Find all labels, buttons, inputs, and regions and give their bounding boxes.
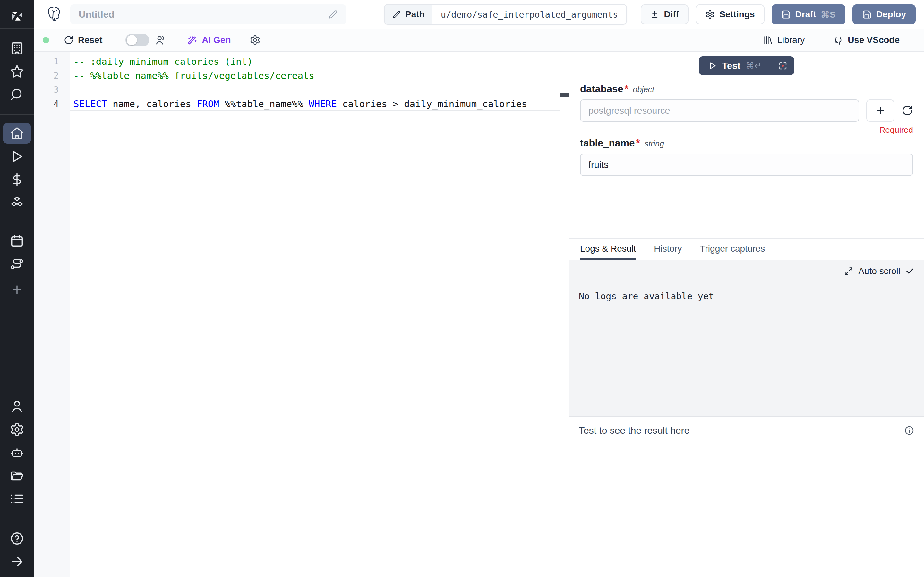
code-area[interactable]: -- :daily_minimum_calories (int) -- %%ta…: [69, 52, 559, 577]
settings-label: Settings: [719, 9, 754, 19]
tab-logs-result[interactable]: Logs & Result: [580, 239, 636, 260]
test-label: Test: [722, 61, 740, 71]
sidebar-expand-button[interactable]: [3, 551, 31, 572]
arguments-section: Test ⌘↵ database* object: [569, 52, 924, 239]
windmill-logo[interactable]: [9, 6, 25, 28]
sidebar-item-user[interactable]: [3, 396, 31, 417]
result-section: Test to see the result here: [569, 416, 924, 577]
result-hint: Test to see the result here: [579, 425, 690, 436]
diff-icon: [650, 10, 659, 19]
test-shortcut: ⌘↵: [746, 61, 762, 71]
check-icon[interactable]: [905, 267, 914, 276]
database-resource-input[interactable]: [580, 99, 859, 122]
sidebar-item-variables[interactable]: [3, 169, 31, 190]
arrow-right-icon: [10, 554, 24, 569]
sidebar-item-workers[interactable]: [3, 442, 31, 463]
sql-keyword: WHERE: [309, 98, 336, 109]
save-icon: [781, 10, 791, 19]
code-line-2: -- %%table_name%% fruits/vegetables/cere…: [69, 69, 559, 83]
sidebar-item-flows[interactable]: [3, 254, 31, 274]
line-number: 3: [34, 83, 69, 97]
path-value[interactable]: u/demo/safe_interpolated_arguments: [433, 5, 627, 24]
add-resource-button[interactable]: [866, 99, 895, 122]
sql-text: name, calories: [107, 98, 197, 109]
editor-overview-ruler[interactable]: [559, 52, 569, 577]
capture-icon: [778, 61, 788, 71]
library-button[interactable]: Library: [762, 35, 805, 45]
star-icon: [10, 64, 24, 79]
tab-trigger-captures[interactable]: Trigger captures: [700, 239, 765, 260]
required-message: Required: [580, 125, 913, 135]
sidebar: [0, 0, 34, 577]
users-icon: [155, 34, 166, 46]
database-field-label: database: [580, 83, 623, 95]
sidebar-item-folders[interactable]: [3, 466, 31, 486]
auto-scroll-label: Auto scroll: [858, 266, 900, 276]
collaboration-toggle[interactable]: [126, 34, 149, 47]
table-name-field-label: table_name: [580, 137, 635, 149]
test-panel: Test ⌘↵ database* object: [569, 52, 924, 577]
help-icon: [10, 531, 24, 546]
line-number-current: 4: [34, 97, 69, 111]
tab-history[interactable]: History: [654, 239, 682, 260]
library-icon: [762, 35, 773, 45]
use-vscode-button[interactable]: Use VScode: [832, 35, 900, 45]
test-button-group: Test ⌘↵: [699, 56, 794, 75]
sidebar-item-schedules[interactable]: [3, 231, 31, 251]
logs-section: Auto scroll No logs are available yet: [569, 260, 924, 416]
sidebar-item-logs[interactable]: [3, 488, 31, 509]
panel-tabs: Logs & Result History Trigger captures: [569, 239, 924, 260]
settings-button[interactable]: Settings: [696, 5, 764, 24]
save-icon: [862, 10, 872, 19]
code-line-3: [69, 83, 559, 97]
required-asterisk: *: [624, 83, 628, 95]
draft-label: Draft: [795, 9, 816, 19]
code-editor[interactable]: 1 2 3 4 -- :daily_minimum_calories (int)…: [34, 52, 569, 577]
script-title: Untitled: [79, 9, 328, 20]
reset-button[interactable]: Reset: [64, 35, 102, 45]
flows-icon: [10, 257, 24, 271]
use-vscode-label: Use VScode: [848, 35, 900, 45]
edit-title-pencil-icon[interactable]: [328, 10, 338, 19]
table-name-field-type: string: [645, 139, 664, 148]
line-number-gutter: 1 2 3 4: [34, 52, 69, 577]
deploy-button[interactable]: Deploy: [853, 5, 916, 24]
sidebar-item-resources[interactable]: [3, 192, 31, 213]
script-title-input[interactable]: Untitled: [70, 5, 346, 24]
info-icon[interactable]: [904, 425, 914, 436]
sidebar-divider: [0, 28, 34, 29]
plus-icon: [875, 105, 885, 116]
wand-sparkles-icon: [187, 35, 197, 45]
capture-test-button[interactable]: [771, 56, 795, 75]
database-field-type: object: [633, 85, 654, 94]
table-name-input[interactable]: [580, 153, 913, 176]
buildings-icon: [10, 41, 24, 56]
draft-button[interactable]: Draft ⌘S: [772, 5, 845, 24]
sidebar-item-settings[interactable]: [3, 419, 31, 440]
sidebar-item-favorites[interactable]: [3, 61, 31, 82]
table-name-field: table_name* string: [580, 137, 913, 176]
refresh-resources-button[interactable]: [901, 105, 913, 116]
path-chip[interactable]: Path u/demo/safe_interpolated_arguments: [384, 4, 627, 25]
diff-button[interactable]: Diff: [641, 5, 688, 24]
github-icon: [832, 35, 843, 45]
deploy-label: Deploy: [876, 9, 906, 19]
ai-gen-button[interactable]: AI Gen: [187, 35, 231, 45]
required-asterisk: *: [636, 137, 640, 149]
sidebar-item-runs[interactable]: [3, 146, 31, 167]
list-icon: [10, 492, 24, 506]
sql-keyword: SELECT: [73, 98, 107, 109]
diff-label: Diff: [664, 9, 679, 19]
script-settings-gear-icon[interactable]: [250, 35, 260, 45]
editor-toolbar: Reset AI Gen Library Use VScode: [34, 29, 924, 52]
test-button[interactable]: Test ⌘↵: [699, 56, 771, 75]
path-label-section[interactable]: Path: [384, 5, 433, 24]
sidebar-item-home[interactable]: [3, 123, 31, 143]
sidebar-item-add[interactable]: [3, 279, 31, 300]
ai-gen-label: AI Gen: [202, 35, 231, 45]
sidebar-item-workspace[interactable]: [3, 38, 31, 59]
sidebar-item-help[interactable]: [3, 528, 31, 549]
play-icon: [708, 61, 717, 70]
expand-logs-icon[interactable]: [844, 267, 853, 276]
sidebar-item-search[interactable]: [3, 84, 31, 105]
